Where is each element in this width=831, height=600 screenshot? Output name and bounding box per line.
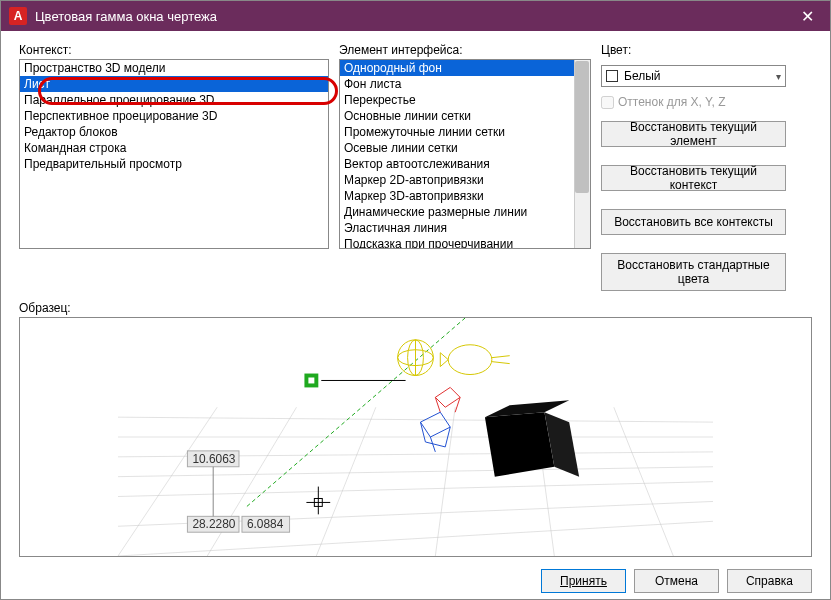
restore-context-button[interactable]: Восстановить текущий контекст bbox=[601, 165, 786, 191]
context-listbox[interactable]: Пространство 3D модели Лист Параллельное… bbox=[19, 59, 329, 249]
context-item[interactable]: Командная строка bbox=[20, 140, 328, 156]
restore-standard-button[interactable]: Восстановить стандартные цвета bbox=[601, 253, 786, 291]
close-icon[interactable]: ✕ bbox=[793, 7, 822, 26]
context-item[interactable]: Пространство 3D модели bbox=[20, 60, 328, 76]
element-item[interactable]: Подсказка при прочерчивании bbox=[340, 236, 590, 249]
tint-checkbox bbox=[601, 96, 614, 109]
context-item[interactable]: Лист bbox=[20, 76, 328, 92]
element-item[interactable]: Вектор автоотслеживания bbox=[340, 156, 590, 172]
accept-button[interactable]: Принять bbox=[541, 569, 626, 593]
element-item[interactable]: Основные линии сетки bbox=[340, 108, 590, 124]
color-dropdown[interactable]: Белый ▾ bbox=[601, 65, 786, 87]
help-button[interactable]: Справка bbox=[727, 569, 812, 593]
tint-label: Оттенок для X, Y, Z bbox=[618, 95, 726, 109]
color-swatch bbox=[606, 70, 618, 82]
app-icon: A bbox=[9, 7, 27, 25]
element-item[interactable]: Осевые линии сетки bbox=[340, 140, 590, 156]
svg-line-1 bbox=[118, 417, 713, 422]
svg-line-7 bbox=[118, 407, 217, 556]
dialog-content: Контекст: Пространство 3D модели Лист Па… bbox=[1, 31, 830, 591]
preview-panel: 10.6063 28.2280 6.0884 bbox=[19, 317, 812, 557]
element-label: Элемент интерфейса: bbox=[339, 43, 591, 57]
restore-all-contexts-button[interactable]: Восстановить все контексты bbox=[601, 209, 786, 235]
scroll-thumb[interactable] bbox=[575, 61, 589, 193]
element-item[interactable]: Перекрестье bbox=[340, 92, 590, 108]
context-item[interactable]: Перспективное проецирование 3D bbox=[20, 108, 328, 124]
svg-marker-24 bbox=[485, 412, 554, 476]
element-item[interactable]: Промежуточные линии сетки bbox=[340, 124, 590, 140]
sample-label: Образец: bbox=[19, 301, 812, 315]
element-item[interactable]: Маркер 3D-автопривязки bbox=[340, 188, 590, 204]
title-bar: A Цветовая гамма окна чертежа ✕ bbox=[1, 1, 830, 31]
svg-point-21 bbox=[448, 345, 492, 375]
context-item[interactable]: Редактор блоков bbox=[20, 124, 328, 140]
chevron-down-icon: ▾ bbox=[776, 71, 781, 82]
color-name: Белый bbox=[624, 69, 660, 83]
window-title: Цветовая гамма окна чертежа bbox=[35, 9, 793, 24]
element-item[interactable]: Однородный фон bbox=[340, 60, 590, 76]
tint-checkbox-row: Оттенок для X, Y, Z bbox=[601, 93, 786, 115]
svg-text:28.2280: 28.2280 bbox=[192, 517, 235, 531]
svg-line-9 bbox=[316, 407, 376, 556]
context-item[interactable]: Параллельное проецирование 3D bbox=[20, 92, 328, 108]
svg-text:10.6063: 10.6063 bbox=[192, 452, 235, 466]
scrollbar[interactable] bbox=[574, 60, 590, 248]
context-item[interactable]: Предварительный просмотр bbox=[20, 156, 328, 172]
svg-line-12 bbox=[614, 407, 674, 556]
svg-line-13 bbox=[247, 318, 465, 506]
context-label: Контекст: bbox=[19, 43, 329, 57]
svg-line-3 bbox=[118, 467, 713, 477]
color-label: Цвет: bbox=[601, 43, 786, 57]
element-item[interactable]: Динамические размерные линии bbox=[340, 204, 590, 220]
svg-rect-15 bbox=[308, 378, 314, 384]
element-item[interactable]: Фон листа bbox=[340, 76, 590, 92]
element-item[interactable]: Эластичная линия bbox=[340, 220, 590, 236]
restore-element-button[interactable]: Восстановить текущий элемент bbox=[601, 121, 786, 147]
svg-text:6.0884: 6.0884 bbox=[247, 517, 284, 531]
svg-line-4 bbox=[118, 482, 713, 497]
element-listbox[interactable]: Однородный фон Фон листа Перекрестье Осн… bbox=[339, 59, 591, 249]
svg-line-8 bbox=[207, 407, 296, 556]
cancel-button[interactable]: Отмена bbox=[634, 569, 719, 593]
element-item[interactable]: Маркер 2D-автопривязки bbox=[340, 172, 590, 188]
